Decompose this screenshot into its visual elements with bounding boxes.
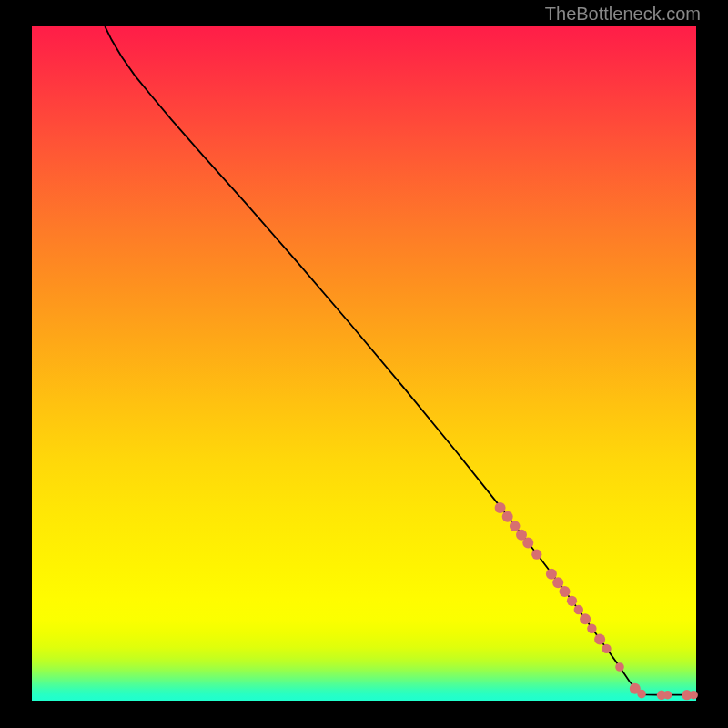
data-point xyxy=(495,502,506,513)
data-point xyxy=(552,577,563,588)
data-point xyxy=(580,613,591,624)
chart-overlay xyxy=(32,26,696,701)
data-point xyxy=(560,586,571,597)
data-point xyxy=(689,691,698,700)
data-point xyxy=(510,521,521,531)
data-point xyxy=(567,596,577,606)
data-point xyxy=(637,690,646,699)
data-point xyxy=(594,634,605,645)
data-point xyxy=(502,511,513,522)
data-point xyxy=(602,644,611,653)
data-point xyxy=(522,538,533,549)
data-point xyxy=(587,624,596,633)
data-point xyxy=(531,550,541,560)
attribution-text: TheBottleneck.com xyxy=(545,4,701,25)
data-point xyxy=(663,691,672,700)
curve-markers xyxy=(495,502,698,700)
data-point xyxy=(574,605,583,614)
data-point xyxy=(546,569,557,580)
curve-line xyxy=(105,26,696,695)
data-point xyxy=(615,662,624,672)
chart-frame: TheBottleneck.com xyxy=(0,0,728,728)
